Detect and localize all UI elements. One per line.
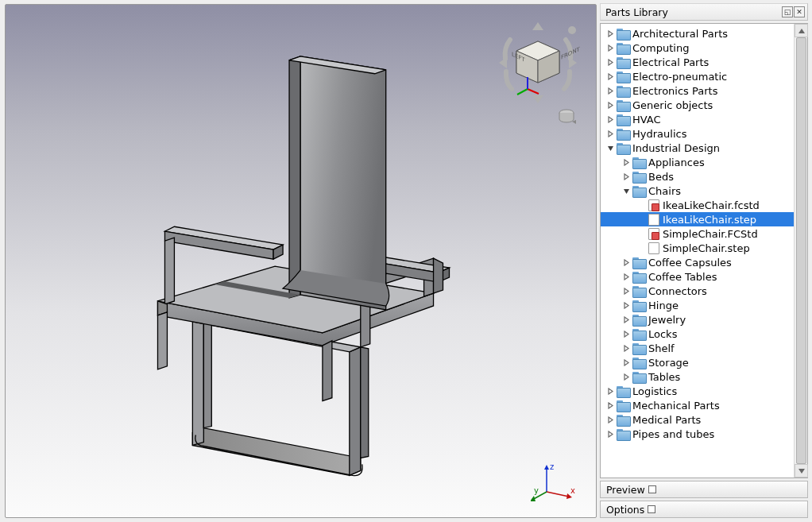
tree-item[interactable]: Shelf <box>601 341 794 355</box>
tree-item[interactable]: SimpleChair.step <box>601 241 794 255</box>
folder-icon <box>632 157 645 168</box>
expand-arrow-icon[interactable] <box>621 272 631 281</box>
expand-arrow-icon[interactable] <box>605 114 615 124</box>
expand-arrow-icon[interactable] <box>621 372 631 381</box>
folder-icon <box>617 415 629 425</box>
tree-item-label: Electrical Parts <box>632 56 709 68</box>
tree-item[interactable]: Coffee Tables <box>601 269 794 284</box>
folder-icon <box>617 114 629 125</box>
tree-item-label: Logistics <box>632 385 677 397</box>
tree-item-label: Electronics Parts <box>632 85 717 97</box>
expand-arrow-icon[interactable] <box>605 386 615 396</box>
tree-item[interactable]: Computing <box>601 41 794 55</box>
expand-arrow-icon[interactable] <box>605 57 615 67</box>
tree-item-label: Generic objects <box>632 99 713 111</box>
folder-icon <box>617 29 629 39</box>
tree-item[interactable]: Coffee Capsules <box>601 255 794 269</box>
expand-arrow-icon[interactable] <box>605 143 615 153</box>
expand-arrow-icon[interactable] <box>605 100 615 110</box>
scroll-down-icon[interactable] <box>795 464 808 478</box>
tree-item[interactable]: HVAC <box>601 112 794 126</box>
parts-tree[interactable]: Architectural PartsComputingElectrical P… <box>601 24 794 443</box>
tree-item[interactable]: Mechanical Parts <box>601 398 794 412</box>
tree-item[interactable]: Tables <box>601 369 794 384</box>
coordinate-axes: z x y <box>531 457 578 505</box>
expand-arrow-icon[interactable] <box>605 129 615 138</box>
expand-arrow-icon[interactable] <box>621 300 631 310</box>
expand-arrow-icon[interactable] <box>621 186 631 195</box>
preview-button[interactable]: Preview <box>600 481 808 498</box>
tree-item[interactable]: Connectors <box>601 284 794 298</box>
tree-item-label: SimpleChair.step <box>663 242 750 254</box>
tree-item-label: Coffee Capsules <box>648 257 732 269</box>
tree-item[interactable]: Electro-pneumatic <box>601 69 794 83</box>
file-icon <box>648 242 659 254</box>
folder-icon <box>617 57 629 68</box>
expand-arrow-icon[interactable] <box>621 286 631 296</box>
expand-arrow-icon[interactable] <box>621 157 631 167</box>
expand-arrow-icon[interactable] <box>605 86 615 95</box>
tree-item[interactable]: Generic objects <box>601 98 794 112</box>
expand-arrow-icon[interactable] <box>605 29 615 38</box>
panel-close-icon[interactable]: ✕ <box>794 6 805 17</box>
tree-item-label: SimpleChair.FCStd <box>663 228 758 240</box>
folder-icon <box>617 72 629 82</box>
3d-viewport[interactable]: LEFT FRONT z x <box>5 4 597 518</box>
folder-icon <box>632 272 645 282</box>
expand-arrow-icon[interactable] <box>605 400 615 410</box>
expand-arrow-icon[interactable] <box>621 257 631 267</box>
tree-item-label: Hydraulics <box>632 128 686 140</box>
navigation-cube[interactable]: LEFT FRONT <box>494 19 582 106</box>
view-gizmo-icon[interactable] <box>557 108 576 124</box>
expand-arrow-icon[interactable] <box>621 172 631 181</box>
tree-item[interactable]: Pipes and tubes <box>601 427 794 441</box>
tree-item[interactable]: Beds <box>601 169 794 184</box>
tree-item[interactable]: Electronics Parts <box>601 83 794 98</box>
tree-item-label: Mechanical Parts <box>632 400 720 412</box>
options-checkbox[interactable] <box>648 505 655 513</box>
tree-item[interactable]: SimpleChair.FCStd <box>601 226 794 241</box>
tree-item[interactable]: Hydraulics <box>601 126 794 141</box>
folder-icon <box>632 286 645 296</box>
tree-item[interactable]: Medical Parts <box>601 412 794 427</box>
folder-icon <box>632 257 645 268</box>
tree-item[interactable]: Electrical Parts <box>601 55 794 69</box>
preview-checkbox[interactable] <box>648 485 656 493</box>
expand-arrow-icon[interactable] <box>621 329 631 338</box>
tree-item[interactable]: IkeaLikeChair.step <box>601 212 794 226</box>
svg-text:y: y <box>534 486 539 495</box>
freecad-file-icon <box>648 199 659 211</box>
tree-item[interactable]: IkeaLikeChair.fcstd <box>601 198 794 212</box>
panel-titlebar[interactable]: Parts Library ◱ ✕ <box>600 3 808 21</box>
expand-arrow-icon[interactable] <box>621 358 631 367</box>
expand-arrow-icon[interactable] <box>605 429 615 439</box>
preview-label: Preview <box>606 484 645 496</box>
options-label: Options <box>606 504 644 516</box>
panel-float-icon[interactable]: ◱ <box>782 6 793 17</box>
tree-item[interactable]: Storage <box>601 355 794 369</box>
tree-item-label: Shelf <box>648 342 675 354</box>
options-button[interactable]: Options <box>600 501 808 518</box>
folder-icon <box>617 100 629 110</box>
tree-scrollbar[interactable] <box>794 24 807 478</box>
scroll-thumb[interactable] <box>796 37 806 464</box>
folder-icon <box>632 300 645 311</box>
tree-item-label: Hinge <box>648 300 679 311</box>
expand-arrow-icon[interactable] <box>605 72 615 81</box>
tree-item[interactable]: Jewelry <box>601 312 794 327</box>
tree-item[interactable]: Logistics <box>601 384 794 398</box>
expand-arrow-icon[interactable] <box>621 343 631 353</box>
expand-arrow-icon[interactable] <box>621 315 631 324</box>
tree-item[interactable]: Industrial Design <box>601 141 794 155</box>
expand-arrow-icon[interactable] <box>605 415 615 424</box>
panel-title-text: Parts Library <box>605 6 668 18</box>
tree-item[interactable]: Chairs <box>601 184 794 198</box>
expand-arrow-icon[interactable] <box>605 43 615 52</box>
tree-item[interactable]: Architectural Parts <box>601 26 794 41</box>
tree-item[interactable]: Appliances <box>601 155 794 169</box>
tree-item[interactable]: Locks <box>601 327 794 341</box>
scroll-up-icon[interactable] <box>795 24 808 37</box>
tree-item[interactable]: Hinge <box>601 298 794 312</box>
tree-item-label: Appliances <box>648 157 705 168</box>
tree-spacer <box>637 243 647 253</box>
